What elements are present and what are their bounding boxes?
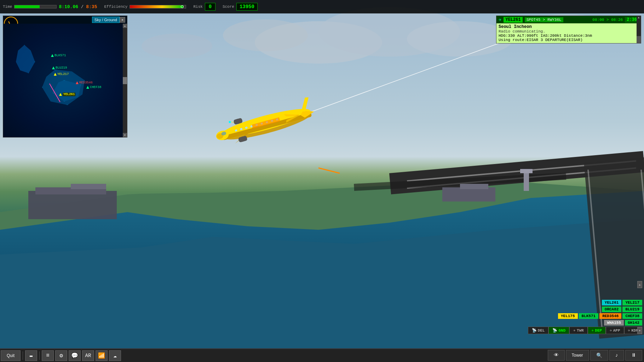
freq-del-label: DEL [538,328,545,333]
flight-info-panel: ✈ YEL261 SPOT45 > RWY36L 08:00 > 08:26 2… [496,16,641,43]
aircraft-tag-yel261[interactable]: YEL261 [602,300,622,305]
aircraft-row-2: ORCA82 BLU219 [602,306,642,312]
flight-details: HDG:330 ALT:990ft IAS:200kt Distance:3nm [499,34,639,38]
time-elapsed: 8:10.06 / 8:35 [59,4,97,10]
control-bar: Quit ▬ ≡ ⚙ 💬 AR 📶 ☁ 👁 Tower 🔍 ♪ ⏸ [0,349,644,362]
aircraft-tag-blu219[interactable]: BLU219 [622,306,642,312]
blip-label: BLU219 [56,66,67,70]
time-progress-fill [15,5,40,8]
radar-scrollbar: ▲ ▼ [123,24,127,137]
time-label: Time [3,5,12,9]
ar-button[interactable]: AR [82,350,94,361]
freq-del-icon: 📡 [532,328,537,333]
blip-label: YEL217 [57,72,69,76]
info-scroll-up[interactable]: ▲ [637,16,641,19]
radar-close-button[interactable]: × [120,17,125,23]
binoculars-button[interactable]: 👁 [548,350,565,361]
top-hud: Time 8:10.06 / 8:35 Efficiency Risk 0 Sc… [0,0,644,13]
blip-triangle [51,54,54,57]
radar-blip-yel217[interactable]: YEL217 [54,72,69,76]
radar-blip-blu219[interactable]: BLU219 [52,66,67,70]
freq-del-btn[interactable]: 📡 DEL [528,327,549,334]
freq-gnd-label: GND [558,328,565,333]
aircraft-row-3: YEL175 BLK571 RED3546 CHEF38 [558,313,642,319]
freq-app-icon: ✈ [610,328,612,333]
music-button[interactable]: ♪ [609,350,624,361]
pause-button[interactable]: ⏸ [625,350,642,361]
radar-map: BLK571 BLU219 YEL217 RED3546 CHEF38 YEL2… [3,24,127,137]
aircraft-tag-orca82[interactable]: ORCA82 [602,306,622,312]
efficiency-label: Efficiency [104,5,127,9]
search-icon: 🔍 [596,352,602,358]
bottom-right-controls: 👁 Tower 🔍 ♪ ⏸ [548,349,644,362]
freq-app-btn[interactable]: ✈ APP [606,327,624,334]
tower-button[interactable]: Tower [566,350,589,361]
blip-label: RED3546 [79,81,93,84]
flight-info-header: ✈ YEL261 SPOT45 > RWY36L 08:00 > 08:26 2… [496,16,641,23]
sky-ground-button[interactable]: Sky / Ground [92,17,120,23]
score-value: 13950 [236,3,258,11]
aircraft-tag-chef38[interactable]: CHEF38 [622,313,642,319]
binoculars-icon: 👁 [554,352,559,358]
aircraft-tag-gh142[interactable]: GH142 [625,320,642,326]
pause-icon: ⏸ [631,352,636,358]
radar-scroll-thumb[interactable] [123,77,127,84]
aircraft-tag-yel217-top[interactable]: YEL217 [622,300,642,305]
radar-header: wind 345DEG speed 09Kt Sky / Ground × [3,16,127,24]
blip-label: BLK571 [54,54,66,57]
flight-time-range: 08:00 > 08:26 [592,18,623,22]
aircraft-row-4: WHA155 GH142 [604,320,642,326]
blip-triangle [52,66,55,69]
time-progress-bar [14,5,57,8]
signal-button[interactable]: 📶 [96,350,108,361]
aircraft-list-button[interactable]: ⚙ [55,350,67,361]
radar-blip-blk571[interactable]: BLK571 [51,54,66,57]
freq-dep-btn[interactable]: ✈ DEP [588,327,606,334]
separator-2 [39,351,40,360]
radar-scroll-down[interactable]: ▼ [123,133,127,137]
radar-blip-chef38[interactable]: CHEF38 [86,86,101,89]
flight-route-info: Using route:EISAR 3 DEPARTURE(EISAR) [499,38,639,42]
search-button[interactable]: 🔍 [590,350,608,361]
flight-route: SPOT45 > RWY36L [525,17,563,22]
risk-label: Risk [193,5,202,9]
info-panel-scrollbar[interactable] [637,36,641,43]
flight-airport: Seoul Incheon [499,24,639,29]
main-scroll-down[interactable]: ▼ [637,327,642,334]
aircraft-tag-wha155[interactable]: WHA155 [604,320,624,326]
radar-blip-red3546[interactable]: RED3546 [76,81,93,84]
aircraft-list-scroll-up[interactable]: ▲ [637,281,642,288]
freq-gnd-btn[interactable]: 📡 GND [548,327,569,334]
blip-triangle-yellow [54,73,57,76]
radar-island-1 [14,45,35,73]
aircraft-tag-red3546[interactable]: RED3546 [599,313,621,319]
bottom-aircraft-list: ▲ YEL261 YEL217 ORCA82 BLU219 YEL175 BLK… [528,300,644,334]
freq-twr-icon: ✈ [573,328,576,333]
blip-triangle [76,81,79,84]
weather-button[interactable]: ☁ [109,350,121,361]
radar-blip-yel261[interactable]: YEL261 [59,93,75,96]
game-viewport: Time 8:10.06 / 8:35 Efficiency Risk 0 Sc… [0,0,644,348]
blip-triangle-yellow [59,93,62,96]
aircraft-tag-yel175[interactable]: YEL175 [558,313,578,319]
risk-section: Risk 0 [193,3,215,11]
risk-value: 0 [205,3,215,11]
quit-button[interactable]: Quit [1,350,21,361]
aircraft-tag-blk571[interactable]: BLK571 [579,313,599,319]
radar-scroll-up[interactable]: ▲ [123,24,127,28]
separator-1 [23,351,23,360]
comms-button[interactable]: 💬 [69,350,81,361]
flight-callsign[interactable]: YEL261 [504,17,522,23]
efficiency-bar [130,5,186,8]
radar-panel: wind 345DEG speed 09Kt Sky / Ground × BL… [3,16,127,138]
blip-triangle [86,86,89,89]
freq-twr-btn[interactable]: ✈ TWR [569,327,587,334]
music-icon: ♪ [615,352,618,358]
efficiency-fill [130,5,183,8]
minimize-button[interactable]: ▬ [25,350,37,361]
aircraft-row-1: YEL261 YEL217 [602,300,642,305]
efficiency-indicator [181,5,184,8]
time-section: Time 8:10.06 / 8:35 [3,4,97,10]
radar-view-button[interactable]: ≡ [42,350,54,361]
freq-dep-icon: ✈ [592,328,594,333]
